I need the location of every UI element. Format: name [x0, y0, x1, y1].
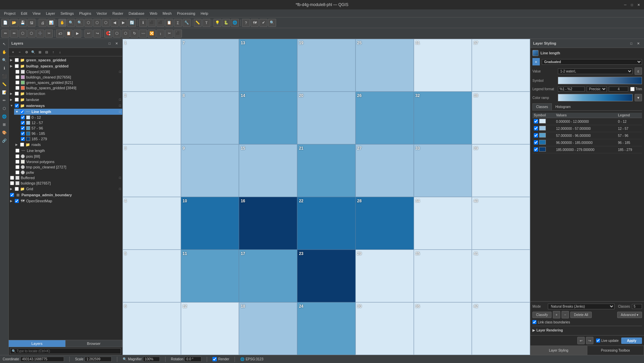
open-table-button[interactable]: 📋	[165, 19, 173, 27]
legend-checkbox-3[interactable]	[534, 140, 538, 145]
open-properties-button[interactable]: ⚙	[23, 49, 29, 55]
magnifier-input[interactable]	[143, 357, 160, 362]
calc-button[interactable]: 🔧	[183, 19, 191, 27]
locate-input[interactable]	[10, 348, 121, 354]
collapse-all-button[interactable]: ⊟	[44, 49, 50, 55]
menu-mesh[interactable]: Mesh	[160, 11, 174, 16]
layer-item-clipped[interactable]: Clipped [4338] □	[14, 69, 122, 74]
undo-button[interactable]: ↩	[84, 30, 92, 38]
link-boundaries-checkbox[interactable]	[532, 320, 536, 324]
new-project-button[interactable]: 📄	[1, 19, 9, 27]
topology-button[interactable]: ⬡	[113, 30, 121, 38]
layer-item-line-length[interactable]: ▼ 〰 Line length □	[14, 109, 122, 115]
check-geometry-button[interactable]: ✔	[259, 19, 267, 27]
style-tool[interactable]: 🎨	[1, 129, 8, 136]
layer-item-buildings-cleaned[interactable]: buildings_cleaned [827656]	[14, 74, 122, 80]
add-layer-button[interactable]: +	[10, 49, 16, 55]
merge-button[interactable]: ⬛	[174, 30, 182, 38]
layer-checkbox-buildings-cleaned[interactable]	[15, 75, 19, 79]
layer-item-pofw[interactable]: pofw	[14, 170, 122, 175]
layer-item-class-185-279[interactable]: 185 - 279	[19, 136, 122, 142]
remove-class-button[interactable]: −	[562, 311, 569, 318]
python-button[interactable]: 🐍	[222, 19, 230, 27]
pointer-tool[interactable]: ↖	[1, 40, 8, 48]
edit-tool[interactable]: ✏	[1, 97, 8, 104]
identify-tool[interactable]: ℹ	[1, 64, 8, 72]
layer-item-class-96-185[interactable]: 96 - 185	[19, 131, 122, 136]
layer-checkbox-pampanga[interactable]	[10, 193, 14, 197]
precision-input[interactable]	[609, 87, 628, 92]
delete-feature-button[interactable]: ✂	[45, 30, 53, 38]
layer-checkbox-class-0-12[interactable]	[21, 115, 25, 119]
maximize-button[interactable]: □	[629, 2, 635, 7]
menu-settings[interactable]: Settings	[58, 11, 76, 16]
georeference-tool[interactable]: 🌐	[1, 113, 8, 120]
pan-button[interactable]: ✋	[58, 19, 66, 27]
add-class-button[interactable]: +	[553, 311, 560, 318]
history-button[interactable]: ↩	[577, 337, 585, 344]
layer-item-class-12-57[interactable]: 12 - 57	[19, 120, 122, 125]
renderer-icon-btn[interactable]: ≡	[532, 58, 540, 65]
layer-item-buildings[interactable]: buildings [827657]	[9, 180, 122, 186]
layer-item-class-57-96[interactable]: 57 - 96	[19, 125, 122, 131]
delete-all-button[interactable]: Delete All	[570, 312, 592, 318]
feature-action-button[interactable]: ▶	[73, 30, 81, 38]
menu-vector[interactable]: Vector	[94, 11, 110, 16]
layer-checkbox-class-12-57[interactable]	[21, 121, 25, 125]
layer-item-class-0-12[interactable]: 0 - 12	[19, 115, 122, 120]
reshape-button[interactable]: 🔀	[148, 30, 156, 38]
filter-layer-button[interactable]: 🔍	[30, 49, 36, 55]
legend-checkbox-2[interactable]	[534, 133, 538, 138]
menu-layer[interactable]: Layer	[43, 11, 58, 16]
deselect-button[interactable]: ⬛	[156, 19, 165, 27]
mode-select[interactable]: Natural Breaks (Jenks)	[548, 304, 615, 309]
layer-checkbox-green-spaces[interactable]	[15, 58, 19, 62]
identify-button[interactable]: ℹ	[139, 19, 147, 27]
legend-row[interactable]: 96.000000 - 185.000000 96 - 185	[532, 139, 642, 146]
help-button[interactable]: ?	[242, 19, 250, 27]
stats-button[interactable]: Σ	[174, 19, 182, 27]
layer-item-roads[interactable]: ▶ 📁 roads	[14, 142, 122, 148]
layer-checkbox-class-185-279[interactable]	[21, 137, 25, 141]
layer-checkbox-roads[interactable]	[20, 143, 24, 147]
layer-checkbox-landuse[interactable]	[15, 98, 19, 102]
menu-web[interactable]: Web	[147, 11, 160, 16]
tab-histogram[interactable]: Histogram	[552, 103, 575, 110]
zoom-back-button[interactable]: ◀	[111, 19, 119, 27]
layer-item-openstreetmap[interactable]: ▶ 🗺 OpenStreetMap	[9, 198, 122, 204]
rotation-input[interactable]	[185, 357, 201, 362]
spatial-query-button[interactable]: 🔍	[268, 19, 276, 27]
layer-item-landuse[interactable]: ▶ 📁 landuse □	[9, 97, 122, 103]
zoom-forward-button[interactable]: ▶	[119, 19, 127, 27]
tab-layer-styling[interactable]: Layer Styling	[530, 346, 587, 355]
open-project-button[interactable]: 📂	[10, 19, 18, 27]
save-project-button[interactable]: 💾	[19, 19, 27, 27]
map-tips-button[interactable]: 💡	[213, 19, 221, 27]
measure-tool[interactable]: 📏	[1, 81, 8, 88]
browser-button[interactable]: 🌐	[231, 19, 239, 27]
rotate-button[interactable]: ↻	[130, 30, 138, 38]
close-button[interactable]: ✕	[636, 2, 641, 7]
renderer-select[interactable]: Graduated	[542, 59, 642, 65]
tab-classes[interactable]: Classes	[532, 103, 552, 110]
legend-row[interactable]: 57.000000 - 96.000000 57 - 96	[532, 132, 642, 139]
legend-checkbox-1[interactable]	[534, 126, 538, 131]
layer-item-green-spaces-2[interactable]: green_spaces_gridded [621]	[14, 80, 122, 85]
simplify-button[interactable]: 〰	[139, 30, 147, 38]
digitize2-button[interactable]: ⬡	[122, 30, 130, 38]
menu-view[interactable]: View	[30, 11, 43, 16]
layer-item-builtup-spaces-gridded[interactable]: ▶ 📁 builtup_spaces_gridded	[9, 63, 122, 69]
layer-checkbox-buildings[interactable]	[10, 181, 14, 185]
legend-format-input[interactable]	[558, 87, 585, 92]
scale-input[interactable]	[85, 357, 112, 362]
offset-button[interactable]: ↕	[156, 30, 165, 38]
layer-checkbox-intersection[interactable]	[15, 92, 19, 96]
legend-row[interactable]: 0.000000 - 12.000000 0 - 12	[532, 118, 642, 125]
label-tool-button[interactable]: 🏷	[56, 30, 64, 38]
layer-item-line-length-2[interactable]: 〰 Line length	[14, 148, 122, 154]
layer-checkbox-openstreetmap[interactable]	[15, 199, 19, 203]
tab-browser[interactable]: Browser	[66, 340, 123, 347]
geocoder-button[interactable]: 🗺	[251, 19, 259, 27]
layer-item-tmp-pois[interactable]: tmp pois_cleaned [2727]	[14, 164, 122, 170]
menu-edit[interactable]: Edit	[18, 11, 30, 16]
